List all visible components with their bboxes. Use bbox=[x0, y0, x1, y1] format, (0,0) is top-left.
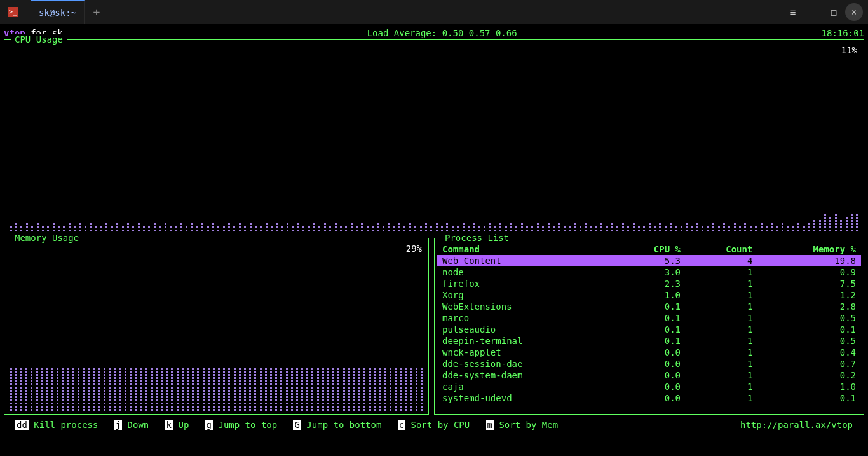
vtop-header: vtop for sk Load Average: 0.50 0.57 0.66… bbox=[4, 27, 864, 39]
col-count: Count bbox=[686, 244, 757, 255]
table-row[interactable]: wnck-applet0.010.4 bbox=[437, 347, 861, 358]
key-hint: G bbox=[293, 420, 301, 430]
maximize-button[interactable]: □ bbox=[825, 3, 843, 21]
key-hint: c bbox=[398, 420, 405, 430]
window-controls: ≡ — □ × bbox=[784, 3, 868, 21]
cpu-panel: CPU Usage 11% bbox=[4, 39, 864, 235]
key-hint: m bbox=[486, 420, 494, 430]
table-row[interactable]: caja0.011.0 bbox=[437, 381, 861, 392]
process-table: Command CPU % Count Memory % Web Content… bbox=[437, 244, 861, 404]
table-row[interactable]: pulseaudio0.110.1 bbox=[437, 324, 861, 335]
table-row[interactable]: systemd-udevd0.010.1 bbox=[437, 392, 861, 404]
process-title: Process List bbox=[441, 233, 513, 243]
new-tab-button[interactable]: + bbox=[85, 0, 109, 24]
table-row[interactable]: dde-system-daem0.010.2 bbox=[437, 370, 861, 381]
key-hint: k bbox=[165, 420, 173, 430]
table-row[interactable]: firefox2.317.5 bbox=[437, 278, 861, 289]
tab-terminal[interactable]: sk@sk:~ bbox=[31, 0, 85, 24]
table-row[interactable]: WebExtensions0.112.8 bbox=[437, 301, 861, 312]
tab-label: sk@sk:~ bbox=[39, 8, 76, 18]
menu-button[interactable]: ≡ bbox=[784, 3, 802, 21]
footer-link[interactable]: http://parall.ax/vtop bbox=[740, 420, 853, 430]
key-hint: g bbox=[205, 420, 213, 430]
tab-pinned[interactable]: >_ bbox=[0, 0, 31, 24]
key-hint: j bbox=[114, 420, 122, 430]
col-command: Command bbox=[437, 244, 614, 255]
memory-panel: Memory Usage 29% bbox=[4, 238, 429, 415]
load-average: Load Average: 0.50 0.57 0.66 bbox=[367, 28, 517, 38]
table-row[interactable]: marco0.110.5 bbox=[437, 312, 861, 324]
cpu-title: CPU Usage bbox=[11, 34, 67, 45]
table-row[interactable]: Web Content5.3419.8 bbox=[437, 255, 861, 266]
minimize-button[interactable]: — bbox=[804, 3, 822, 21]
cpu-chart bbox=[8, 213, 860, 232]
col-mem: Memory % bbox=[757, 244, 861, 255]
col-cpu: CPU % bbox=[614, 244, 686, 255]
window-titlebar: >_ sk@sk:~ + ≡ — □ × bbox=[0, 0, 868, 24]
clock: 18:16:01 bbox=[822, 28, 864, 38]
footer-bar: dd Kill process j Down k Up g Jump to to… bbox=[4, 417, 864, 432]
memory-chart bbox=[8, 367, 424, 411]
process-panel: Process List Command CPU % Count Memory … bbox=[434, 238, 864, 415]
memory-title: Memory Usage bbox=[11, 233, 83, 243]
terminal-icon: >_ bbox=[8, 7, 18, 17]
close-button[interactable]: × bbox=[845, 3, 863, 21]
cpu-percent: 11% bbox=[841, 45, 857, 55]
terminal-area[interactable]: vtop for sk Load Average: 0.50 0.57 0.66… bbox=[0, 24, 868, 456]
process-header: Command CPU % Count Memory % bbox=[437, 244, 861, 255]
memory-percent: 29% bbox=[406, 244, 422, 254]
table-row[interactable]: Xorg1.011.2 bbox=[437, 289, 861, 301]
table-row[interactable]: deepin-terminal0.110.5 bbox=[437, 335, 861, 347]
key-hint: dd bbox=[15, 420, 29, 430]
table-row[interactable]: dde-session-dae0.010.7 bbox=[437, 358, 861, 370]
table-row[interactable]: node3.010.9 bbox=[437, 266, 861, 278]
